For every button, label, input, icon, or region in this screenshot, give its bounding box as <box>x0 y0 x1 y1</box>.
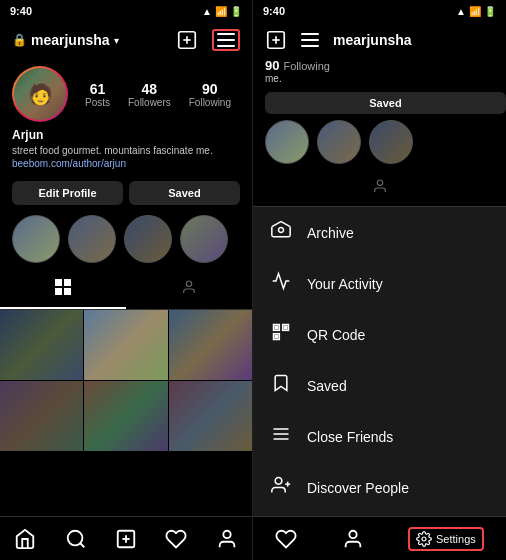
svg-rect-6 <box>55 279 62 286</box>
status-bar-left: 9:40 ▲ 📶 🔋 <box>0 0 252 22</box>
grid-item-3[interactable] <box>169 310 252 380</box>
stats-row: 61 Posts 48 Followers 90 Following <box>76 81 240 108</box>
right-following-label: Following <box>283 60 329 72</box>
svg-rect-7 <box>64 279 71 286</box>
svg-rect-4 <box>217 39 235 41</box>
nav-search[interactable] <box>65 528 87 550</box>
right-story-3[interactable] <box>369 120 413 164</box>
right-story-1[interactable] <box>265 120 309 164</box>
profile-link[interactable]: beebom.com/author/arjun <box>12 158 240 169</box>
avatar: 🧑 <box>12 66 68 122</box>
followers-count: 48 <box>142 81 158 97</box>
right-add-button[interactable] <box>265 29 287 51</box>
svg-rect-29 <box>284 326 287 329</box>
tab-grid[interactable] <box>0 271 126 309</box>
menu-item-activity[interactable]: Your Activity <box>253 258 506 309</box>
following-label: Following <box>189 97 231 108</box>
activity-label: Your Activity <box>307 276 383 292</box>
status-icons-left: ▲ 📶 🔋 <box>202 6 242 17</box>
time-right: 9:40 <box>263 5 285 17</box>
story-circle-2[interactable] <box>68 215 116 263</box>
settings-button[interactable]: Settings <box>408 527 484 551</box>
story-item-1[interactable] <box>12 215 60 263</box>
chevron-down-icon[interactable]: ▾ <box>114 35 119 46</box>
story-circle-4[interactable] <box>180 215 228 263</box>
right-saved-button[interactable]: Saved <box>265 92 506 114</box>
menu-item-archive[interactable]: Archive <box>253 207 506 258</box>
following-count: 90 <box>202 81 218 97</box>
profile-name: Arjun <box>12 128 240 142</box>
posts-count: 61 <box>90 81 106 97</box>
status-icons-right: ▲ 📶 🔋 <box>456 6 496 17</box>
profile-header: 🔒 mearjunsha ▾ <box>0 22 252 58</box>
nav-add[interactable] <box>115 528 137 550</box>
discover-icon <box>269 475 293 500</box>
edit-profile-button[interactable]: Edit Profile <box>12 181 123 205</box>
close-friends-label: Close Friends <box>307 429 393 445</box>
right-stories <box>253 114 506 170</box>
menu-item-qr[interactable]: QR Code <box>253 309 506 360</box>
right-nav-profile[interactable] <box>342 528 364 550</box>
right-story-2[interactable] <box>317 120 361 164</box>
username-area: 🔒 mearjunsha ▾ <box>12 32 176 48</box>
stat-posts: 61 Posts <box>85 81 110 108</box>
menu-item-saved[interactable]: Saved <box>253 360 506 411</box>
grid-container <box>0 310 252 451</box>
grid-tab-icon <box>55 279 71 299</box>
wifi-icon: 📶 <box>215 6 227 17</box>
story-item-3[interactable] <box>124 215 172 263</box>
profile-section: 🧑 61 Posts 48 Followers 90 Following Arj… <box>0 58 252 175</box>
right-partial-profile: 90 Following me. <box>253 58 506 88</box>
menu-item-close-friends[interactable]: Close Friends <box>253 411 506 462</box>
time-left: 9:40 <box>10 5 32 17</box>
grid-item-5[interactable] <box>84 381 167 451</box>
svg-point-10 <box>186 281 191 286</box>
story-circle-1[interactable] <box>12 215 60 263</box>
right-bottom-nav: Settings <box>253 516 506 560</box>
nav-home[interactable] <box>14 528 36 550</box>
close-friends-icon <box>269 424 293 449</box>
saved-menu-label: Saved <box>307 378 347 394</box>
story-circle-3[interactable] <box>124 215 172 263</box>
story-item-2[interactable] <box>68 215 116 263</box>
right-tab-tagged[interactable] <box>253 170 506 206</box>
settings-label: Settings <box>436 533 476 545</box>
svg-point-23 <box>377 180 382 185</box>
right-hamburger-button[interactable] <box>301 33 319 47</box>
grid-item-2[interactable] <box>84 310 167 380</box>
stories-row <box>0 211 252 267</box>
svg-rect-5 <box>217 45 235 47</box>
tab-tagged[interactable] <box>126 271 252 309</box>
svg-rect-3 <box>217 33 235 35</box>
grid-item-6[interactable] <box>169 381 252 451</box>
battery-icon: 🔋 <box>230 6 242 17</box>
nav-profile[interactable] <box>216 528 238 550</box>
svg-line-12 <box>80 543 84 547</box>
menu-item-discover[interactable]: Discover People <box>253 462 506 513</box>
right-header: mearjunsha <box>253 22 506 58</box>
menu-section: Archive Your Activity <box>253 207 506 516</box>
left-panel: 9:40 ▲ 📶 🔋 🔒 mearjunsha ▾ <box>0 0 253 560</box>
grid-item-4[interactable] <box>0 381 83 451</box>
posts-label: Posts <box>85 97 110 108</box>
right-partial-bio: me. <box>265 73 494 84</box>
add-post-button[interactable] <box>176 29 198 51</box>
right-username: mearjunsha <box>333 32 494 48</box>
story-item-4[interactable] <box>180 215 228 263</box>
nav-heart[interactable] <box>165 528 187 550</box>
svg-rect-22 <box>301 45 319 47</box>
qr-label: QR Code <box>307 327 365 343</box>
signal-icon: ▲ <box>202 6 212 17</box>
activity-icon <box>269 271 293 296</box>
grid-item-1[interactable] <box>0 310 83 380</box>
bottom-nav-left <box>0 516 252 560</box>
photo-grid <box>0 310 252 516</box>
header-actions <box>176 29 240 51</box>
saved-button[interactable]: Saved <box>129 181 240 205</box>
svg-rect-9 <box>64 288 71 295</box>
avatar-image: 🧑 <box>14 68 66 120</box>
right-nav-heart[interactable] <box>275 528 297 550</box>
hamburger-menu-button[interactable] <box>212 29 240 51</box>
tagged-tab-icon <box>181 279 197 301</box>
svg-rect-28 <box>275 326 278 329</box>
